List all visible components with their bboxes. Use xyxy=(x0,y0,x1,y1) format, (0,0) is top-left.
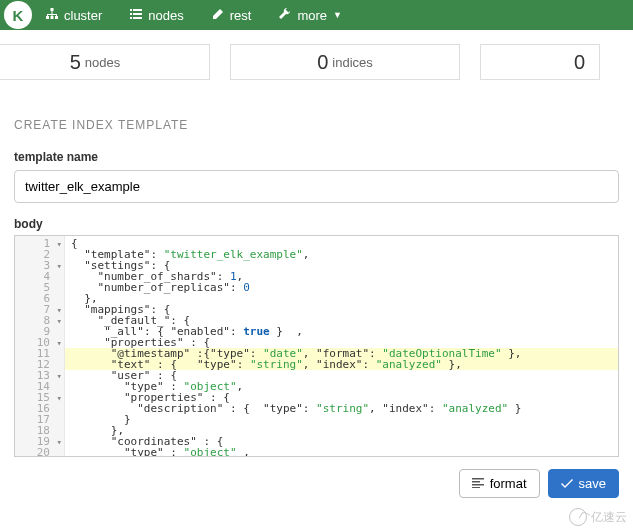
wrench-icon xyxy=(279,8,291,23)
code-editor[interactable]: 1▾23▾4567▾8▾910▾111213▾1415▾16171819▾20 … xyxy=(14,235,619,457)
list-icon xyxy=(130,8,142,23)
nav-more[interactable]: more ▼ xyxy=(265,8,356,23)
svg-rect-9 xyxy=(130,9,132,11)
code-editor-scroll[interactable]: 1▾23▾4567▾8▾910▾111213▾1415▾16171819▾20 … xyxy=(15,236,618,456)
nav-nodes[interactable]: nodes xyxy=(116,8,197,23)
cloud-icon xyxy=(569,508,587,526)
template-name-label: template name xyxy=(14,150,619,164)
svg-rect-1 xyxy=(46,16,49,19)
template-name-input[interactable] xyxy=(14,170,619,203)
stat-value: 0 xyxy=(317,51,328,74)
nav-label: cluster xyxy=(64,8,102,23)
svg-rect-10 xyxy=(133,9,142,11)
svg-rect-2 xyxy=(51,16,54,19)
svg-rect-14 xyxy=(133,17,142,19)
nav-label: rest xyxy=(230,8,252,23)
button-label: format xyxy=(490,476,527,491)
svg-rect-17 xyxy=(472,484,484,486)
format-button[interactable]: format xyxy=(459,469,540,498)
svg-rect-13 xyxy=(130,17,132,19)
svg-rect-6 xyxy=(47,14,48,16)
svg-rect-18 xyxy=(472,487,480,488)
page-content: CREATE INDEX TEMPLATE template name body… xyxy=(0,80,633,457)
save-button[interactable]: save xyxy=(548,469,619,498)
brand-logo[interactable]: K xyxy=(4,1,32,29)
svg-rect-12 xyxy=(133,13,142,15)
align-icon xyxy=(472,476,484,491)
stat-other[interactable]: 0 xyxy=(480,44,600,80)
caret-down-icon: ▼ xyxy=(333,10,342,20)
svg-rect-3 xyxy=(55,16,58,19)
svg-rect-11 xyxy=(130,13,132,15)
top-nav: K cluster nodes rest more ▼ xyxy=(0,0,633,30)
stat-indices[interactable]: 0 indices xyxy=(230,44,460,80)
svg-rect-15 xyxy=(472,478,484,480)
svg-rect-8 xyxy=(52,14,53,16)
edit-icon xyxy=(212,8,224,23)
svg-rect-16 xyxy=(472,481,480,483)
sitemap-icon xyxy=(46,8,58,23)
stat-label: nodes xyxy=(85,55,120,70)
body-label: body xyxy=(14,217,619,231)
check-icon xyxy=(561,476,573,491)
button-label: save xyxy=(579,476,606,491)
svg-rect-4 xyxy=(52,11,53,14)
svg-rect-7 xyxy=(56,14,57,16)
nav-cluster[interactable]: cluster xyxy=(32,8,116,23)
code-gutter: 1▾23▾4567▾8▾910▾111213▾1415▾16171819▾20 xyxy=(15,236,65,456)
nav-rest[interactable]: rest xyxy=(198,8,266,23)
nav-label: nodes xyxy=(148,8,183,23)
code-body[interactable]: { "template": "twitter_elk_example", "se… xyxy=(65,236,618,456)
stat-label: indices xyxy=(332,55,372,70)
page-title: CREATE INDEX TEMPLATE xyxy=(14,118,619,132)
stat-nodes[interactable]: 5 nodes xyxy=(0,44,210,80)
watermark-text: 亿速云 xyxy=(591,509,627,526)
stats-row: 5 nodes 0 indices 0 xyxy=(0,30,633,80)
stat-value: 5 xyxy=(70,51,81,74)
svg-rect-0 xyxy=(51,8,54,11)
stat-value: 0 xyxy=(574,51,585,74)
watermark: 亿速云 xyxy=(569,508,627,526)
button-row: format save xyxy=(0,469,633,498)
nav-label: more xyxy=(297,8,327,23)
